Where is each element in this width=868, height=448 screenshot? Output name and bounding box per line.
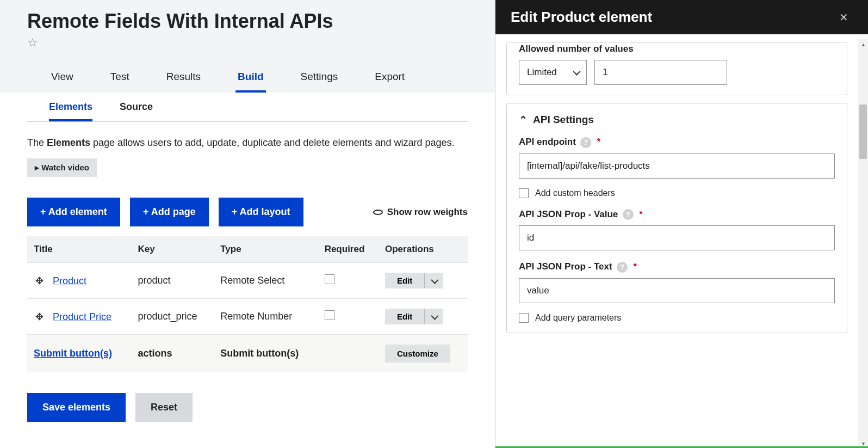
api-endpoint-label: API endpoint xyxy=(519,137,576,148)
side-panel-title: Edit Product element xyxy=(511,9,652,26)
required-star-icon: * xyxy=(639,210,642,219)
scrollbar[interactable]: ▴ ▾ xyxy=(858,39,868,448)
star-icon[interactable]: ☆ xyxy=(27,36,38,50)
edit-button[interactable]: Edit xyxy=(385,273,424,289)
add-element-button[interactable]: + Add element xyxy=(27,198,120,226)
add-layout-button[interactable]: + Add layout xyxy=(219,198,303,226)
chevron-up-icon: ⌄ xyxy=(519,113,528,126)
elements-table: Title Key Type Required Operations ✥ Pro… xyxy=(27,236,468,372)
allowed-mode-value: Limited xyxy=(527,67,557,78)
row-key: product_price xyxy=(131,299,214,335)
th-key: Key xyxy=(131,236,214,263)
scrollbar-thumb[interactable] xyxy=(859,105,867,159)
edit-dropdown[interactable] xyxy=(424,273,443,289)
required-star-icon: * xyxy=(597,137,600,146)
help-icon[interactable]: ? xyxy=(623,209,634,220)
table-row: ✥ Product product Remote Select Edit xyxy=(27,263,468,299)
sub-tabs: Elements Source xyxy=(27,93,468,122)
drag-handle-icon[interactable]: ✥ xyxy=(34,311,45,323)
prop-value-label: API JSON Prop - Value xyxy=(519,209,618,220)
edit-button[interactable]: Edit xyxy=(385,309,424,324)
prop-text-label: API JSON Prop - Text xyxy=(519,261,612,272)
help-icon[interactable]: ? xyxy=(580,137,591,148)
table-row: Submit button(s) actions Submit button(s… xyxy=(27,335,468,373)
save-elements-button[interactable]: Save elements xyxy=(27,393,126,422)
query-params-label: Add query parameters xyxy=(535,313,621,323)
tab-view[interactable]: View xyxy=(49,66,76,93)
row-type: Submit button(s) xyxy=(214,335,318,373)
page-title: Remote Fields With Internal APIs xyxy=(27,10,468,33)
prop-value-input[interactable] xyxy=(519,225,835,250)
edit-dropdown[interactable] xyxy=(424,309,443,324)
th-required: Required xyxy=(318,236,379,263)
intro-text: The Elements page allows users to add, u… xyxy=(27,137,468,149)
prop-text-input[interactable] xyxy=(519,278,835,303)
side-panel-header: Edit Product element ✕ xyxy=(495,0,868,34)
watch-video-button[interactable]: ▸ Watch video xyxy=(27,158,97,177)
chevron-down-icon xyxy=(573,67,579,78)
show-row-weights-toggle[interactable]: Show row weights xyxy=(373,207,468,218)
row-key: actions xyxy=(131,335,214,373)
show-row-weights-label: Show row weights xyxy=(387,207,468,218)
row-title-link[interactable]: Product xyxy=(53,275,86,286)
tab-export[interactable]: Export xyxy=(373,66,407,93)
intro-prefix: The xyxy=(27,137,47,148)
main-tabs: View Test Results Build Settings Export xyxy=(27,66,468,93)
customize-button[interactable]: Customize xyxy=(385,345,450,363)
tab-settings[interactable]: Settings xyxy=(299,66,340,93)
intro-bold: Elements xyxy=(47,137,90,148)
eye-icon xyxy=(373,210,383,215)
query-params-checkbox[interactable] xyxy=(519,313,529,323)
required-checkbox[interactable] xyxy=(325,274,334,284)
custom-headers-label: Add custom headers xyxy=(535,188,615,198)
help-icon[interactable]: ? xyxy=(617,262,628,273)
drag-handle-icon[interactable]: ✥ xyxy=(34,275,45,287)
subtab-elements[interactable]: Elements xyxy=(49,93,92,121)
tab-test[interactable]: Test xyxy=(108,66,132,93)
close-icon[interactable]: ✕ xyxy=(839,11,853,24)
reset-button[interactable]: Reset xyxy=(135,393,193,422)
row-title-link[interactable]: Submit button(s) xyxy=(34,348,112,359)
allowed-values-label: Allowed number of values xyxy=(519,44,634,54)
api-settings-label: API Settings xyxy=(533,114,594,126)
required-star-icon: * xyxy=(634,262,637,271)
required-checkbox[interactable] xyxy=(325,310,334,320)
allowed-value-input[interactable]: 1 xyxy=(594,60,727,85)
allowed-mode-select[interactable]: Limited xyxy=(519,60,587,85)
intro-suffix: page allows users to add, update, duplic… xyxy=(90,137,454,148)
table-row: ✥ Product Price product_price Remote Num… xyxy=(27,299,468,335)
row-title-link[interactable]: Product Price xyxy=(53,311,111,322)
tab-build[interactable]: Build xyxy=(235,66,266,93)
subtab-source[interactable]: Source xyxy=(120,93,153,121)
scroll-up-icon[interactable]: ▴ xyxy=(858,39,868,49)
row-type: Remote Number xyxy=(214,299,318,335)
chevron-down-icon xyxy=(431,275,437,286)
th-operations: Operations xyxy=(379,236,468,263)
th-type: Type xyxy=(214,236,318,263)
row-key: product xyxy=(131,263,214,299)
tab-results[interactable]: Results xyxy=(164,66,203,93)
api-settings-toggle[interactable]: ⌄ API Settings xyxy=(519,113,835,126)
th-title: Title xyxy=(27,236,131,263)
custom-headers-checkbox[interactable] xyxy=(519,188,529,198)
api-endpoint-input[interactable] xyxy=(519,154,835,179)
row-type: Remote Select xyxy=(214,263,318,299)
chevron-down-icon xyxy=(431,311,437,322)
add-page-button[interactable]: + Add page xyxy=(130,198,209,226)
